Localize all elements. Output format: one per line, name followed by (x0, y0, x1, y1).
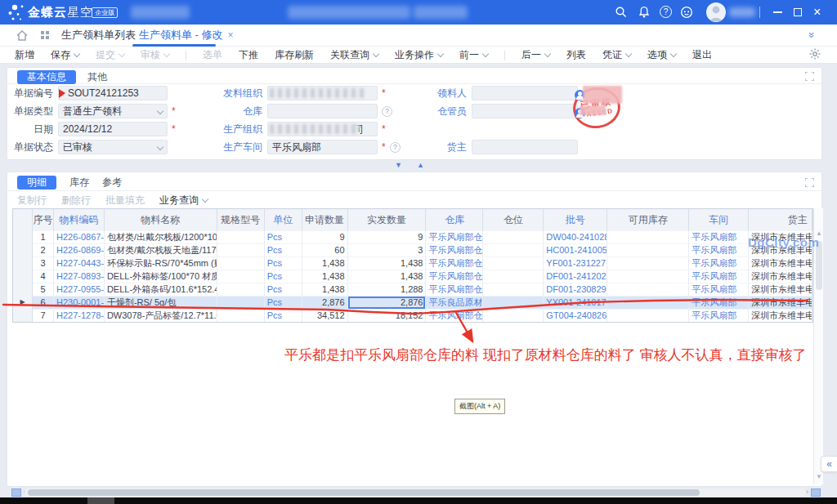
new-button[interactable]: 新增 (15, 48, 34, 62)
scroll-right-icon[interactable]: › (806, 488, 808, 496)
table-cell[interactable]: 平乐风扇部 (689, 270, 749, 283)
table-cell[interactable] (217, 309, 265, 322)
scrollbar-thumb[interactable] (28, 489, 700, 496)
scroll-lock-box-left[interactable] (11, 488, 21, 497)
table-cell[interactable]: 平乐风扇部 (689, 283, 749, 296)
column-header[interactable]: 序号 (33, 209, 54, 230)
owner-input[interactable] (472, 140, 578, 154)
picker-input[interactable] (472, 86, 578, 100)
expand-panel-icon[interactable] (805, 72, 814, 81)
table-row[interactable]: 2H226-0869-AH包材类/戴尔栈板天地盖/1170*970*Pcs603… (13, 243, 812, 256)
home-icon[interactable] (16, 30, 28, 41)
table-cell[interactable]: 1,438 (348, 256, 427, 270)
table-cell[interactable] (483, 309, 544, 322)
column-header[interactable]: 规格型号 (217, 209, 265, 230)
table-cell[interactable]: H227-0443-AH (54, 256, 105, 270)
tab-other[interactable]: 其他 (78, 70, 117, 84)
horizontal-scrollbar[interactable] (25, 488, 806, 497)
table-cell[interactable] (483, 256, 544, 270)
collapse-header-icon[interactable]: ▼ (395, 161, 402, 169)
table-cell[interactable] (483, 283, 544, 296)
table-cell[interactable]: 9 (302, 230, 348, 243)
table-cell[interactable] (607, 230, 689, 243)
voucher-button[interactable]: 凭证 (602, 48, 631, 62)
column-header[interactable]: 申请数量 (302, 209, 348, 230)
search-icon[interactable] (615, 6, 628, 19)
table-cell[interactable] (217, 296, 265, 309)
table-cell[interactable]: 平乐风扇部仓库 (426, 256, 483, 270)
audit-button[interactable]: 审核 (141, 48, 169, 62)
table-row[interactable]: 5H227-0955-AHDELL-外箱条码/101.6*152.4mm 材Pc… (13, 283, 812, 296)
settings-gear-icon[interactable] (809, 48, 821, 60)
scroll-lock-box-right[interactable] (811, 488, 821, 497)
column-header[interactable]: 车间 (689, 209, 749, 230)
column-header[interactable]: 单位 (265, 209, 302, 230)
table-cell[interactable]: H227-0893-AH (54, 270, 105, 283)
workshop-input[interactable]: 平乐风扇部 (267, 140, 378, 154)
table-cell[interactable]: 9 (348, 230, 427, 243)
table-cell[interactable]: H227-1278-AH (54, 309, 105, 322)
table-cell[interactable]: GT004-240826 (544, 309, 607, 322)
date-input[interactable]: 2024/12/12 (58, 122, 168, 136)
table-cell[interactable] (607, 309, 689, 322)
copy-row-button[interactable]: 复制行 (17, 194, 47, 207)
prod-org-input[interactable]: 司 (267, 122, 378, 136)
tab-production-pick-edit[interactable]: 生产领料单 - 修改× (139, 25, 234, 46)
column-header[interactable]: 物料名称 (105, 209, 217, 230)
list-button[interactable]: 列表 (566, 48, 586, 62)
table-cell[interactable]: H230-0001-AH (54, 296, 105, 309)
table-cell[interactable] (217, 270, 265, 283)
table-cell[interactable]: 平乐风扇部仓库 (426, 270, 483, 283)
table-cell[interactable]: DF001-230829 (544, 283, 607, 296)
options-button[interactable]: 选项 (647, 48, 676, 62)
scroll-down-icon[interactable]: ▼ (816, 473, 822, 480)
table-cell[interactable] (607, 283, 689, 296)
table-cell[interactable] (607, 270, 689, 283)
table-cell[interactable]: 7 (33, 309, 54, 322)
table-cell[interactable] (217, 230, 265, 243)
table-row[interactable]: 4H227-0893-AHDELL-外箱标签/100*70 材质：铜版Pcs1,… (13, 270, 812, 283)
exit-button[interactable]: 退出 (692, 48, 712, 62)
table-cell[interactable]: 平乐风扇部 (689, 230, 749, 243)
table-cell[interactable]: 平乐风扇部 (689, 309, 749, 322)
table-cell[interactable]: 5 (33, 283, 54, 296)
table-cell[interactable]: 2,876 (348, 296, 427, 309)
table-cell[interactable] (607, 243, 689, 256)
minimize-button[interactable] (773, 11, 782, 13)
table-cell[interactable]: 平乐风扇部仓库 (426, 283, 483, 296)
collapse-tabs-icon[interactable]: « (804, 33, 817, 38)
table-row[interactable]: 7H227-1278-AHDW3078-产品标签/12.7*11.09mmPcs… (13, 309, 812, 322)
table-cell[interactable]: YF001-231227 (544, 256, 607, 270)
column-header[interactable]: 物料编码 (54, 209, 105, 230)
table-cell[interactable]: Pcs (265, 283, 302, 296)
table-cell[interactable]: 干燥剂-RS/ 5g/包 (105, 296, 217, 309)
table-cell[interactable]: DF001-241202 (544, 270, 607, 283)
table-cell[interactable] (483, 230, 544, 243)
apps-grid-icon[interactable] (41, 31, 50, 40)
table-cell[interactable] (607, 296, 689, 309)
status-select[interactable]: 已审核 (58, 140, 168, 154)
table-cell[interactable]: 60 (302, 243, 348, 256)
table-cell[interactable]: 1,288 (348, 283, 427, 296)
bell-icon[interactable] (638, 6, 651, 19)
push-down-button[interactable]: 下推 (239, 48, 258, 62)
table-cell[interactable] (607, 256, 689, 270)
table-cell[interactable]: H227-0955-AH (54, 283, 105, 296)
bill-no-input[interactable]: SOUT24121253 (58, 86, 168, 100)
inventory-refresh-button[interactable]: 库存刷新 (275, 48, 314, 62)
issue-org-input[interactable] (267, 86, 378, 100)
table-cell[interactable]: 18,152 (348, 309, 427, 322)
expand-header-icon[interactable]: ▲ (417, 161, 424, 169)
table-cell[interactable]: Pcs (265, 270, 302, 283)
user-avatar[interactable] (706, 2, 726, 22)
table-cell[interactable]: 包材类/出戴尔栈板/1200*1000*15 (105, 230, 217, 243)
table-cell[interactable] (483, 296, 544, 309)
table-cell[interactable]: 3 (33, 256, 54, 270)
table-cell[interactable]: 1 (33, 230, 54, 243)
table-cell[interactable]: 平乐风扇部 (689, 243, 749, 256)
table-cell[interactable]: DW3078-产品标签/12.7*11.09mm (105, 309, 217, 322)
business-query-button[interactable]: 业务查询 (159, 194, 208, 207)
delete-row-button[interactable]: 删除行 (61, 194, 91, 207)
table-row[interactable]: 1H226-0867-AH包材类/出戴尔栈板/1200*1000*15Pcs99… (13, 230, 812, 243)
table-cell[interactable]: 2 (33, 243, 54, 256)
